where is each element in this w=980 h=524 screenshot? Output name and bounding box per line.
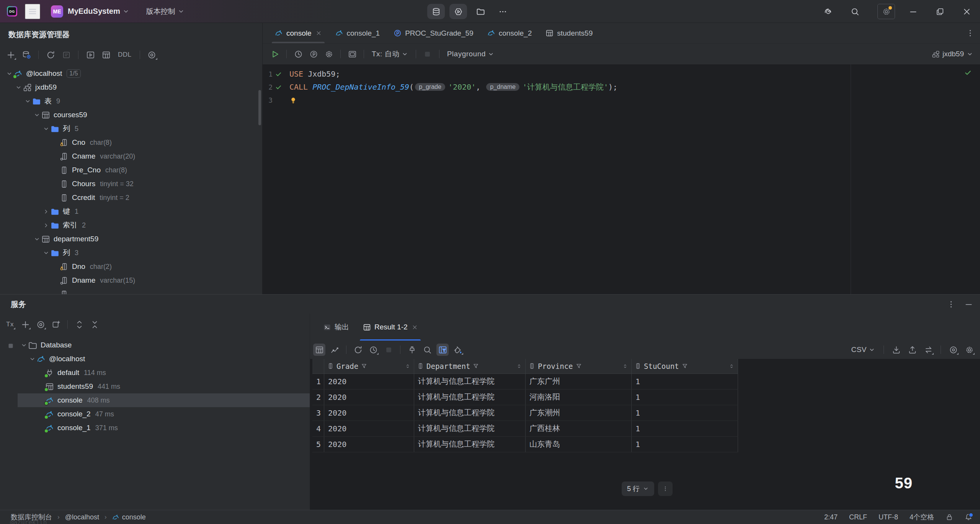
- tree-item-students59[interactable]: students59441 ms: [0, 380, 310, 393]
- open-new-button[interactable]: [50, 318, 62, 331]
- sort-icon[interactable]: [405, 363, 411, 369]
- DDL-button[interactable]: DDL: [116, 49, 134, 61]
- version-control-menu[interactable]: 版本控制: [146, 7, 175, 16]
- cell-department[interactable]: 计算机与信息工程学院: [414, 389, 526, 405]
- chevron-down-icon[interactable]: [41, 124, 51, 133]
- inspections-ok-icon[interactable]: [964, 69, 972, 76]
- p-circle-button[interactable]: [307, 48, 320, 60]
- tree-item-表[interactable]: 表9: [0, 94, 262, 108]
- result-table[interactable]: GradeDepartmentProvinceStuCount12020计算机与…: [312, 359, 738, 452]
- tree-item-@localhost[interactable]: @localhost: [0, 352, 310, 366]
- tree-item-console[interactable]: console408 ms: [0, 393, 310, 407]
- maximize-button[interactable]: [931, 4, 949, 19]
- filter-funnel-icon[interactable]: [473, 363, 479, 369]
- tab-console[interactable]: console: [268, 23, 328, 43]
- code-line[interactable]: 3: [263, 93, 980, 106]
- cell-grade[interactable]: 2020: [324, 405, 414, 421]
- gear-button[interactable]: [963, 344, 975, 356]
- chevron-down-icon[interactable]: [32, 110, 41, 120]
- pin-button[interactable]: [406, 344, 418, 356]
- chevron-down-icon[interactable]: [32, 234, 41, 244]
- status-item[interactable]: UTF-8: [879, 513, 898, 521]
- ai-assistant-button[interactable]: [819, 4, 837, 19]
- chevron-down-icon[interactable]: [41, 248, 51, 257]
- eye-button[interactable]: [947, 344, 959, 356]
- cell-department[interactable]: 计算机与信息工程学院: [414, 436, 526, 452]
- sort-icon[interactable]: [622, 363, 628, 369]
- tab-输出[interactable]: 输出: [316, 314, 356, 341]
- cell-department[interactable]: 计算机与信息工程学院: [414, 405, 526, 421]
- pager-more-button[interactable]: [658, 481, 673, 496]
- tab-students59[interactable]: students59: [539, 23, 599, 43]
- code-editor[interactable]: 1USE Jxdb59;2CALL PROC_DepNativeInfo_59(…: [263, 64, 980, 294]
- tree-item-Database[interactable]: Database: [0, 338, 310, 352]
- jump-console-button[interactable]: [84, 49, 96, 61]
- datasource-gear-button[interactable]: [20, 49, 33, 61]
- tab-console_2[interactable]: console_2: [480, 23, 539, 43]
- stop-button[interactable]: [382, 344, 395, 356]
- cell-grade[interactable]: 2020: [324, 421, 414, 436]
- cell-stucount[interactable]: 1: [632, 405, 738, 421]
- table-row[interactable]: 52020计算机与信息工程学院山东青岛1: [312, 436, 738, 452]
- breadcrumb[interactable]: @localhost: [65, 513, 99, 521]
- minimize-button[interactable]: [904, 4, 922, 19]
- folder-outline-button[interactable]: [472, 4, 489, 19]
- chevron-down-icon[interactable]: [28, 354, 37, 364]
- cell-stucount[interactable]: 1: [632, 421, 738, 436]
- tree-item-department59[interactable]: department59: [0, 232, 262, 246]
- cell-stucount[interactable]: 1: [632, 373, 738, 389]
- play-button[interactable]: [269, 48, 281, 60]
- cell-stucount[interactable]: 1: [632, 436, 738, 452]
- page-size-button[interactable]: 5 行: [622, 481, 654, 496]
- upload-button[interactable]: [906, 344, 918, 356]
- cell-province[interactable]: 河南洛阳: [526, 389, 632, 405]
- tab-options-button[interactable]: [964, 27, 976, 39]
- minimize-button[interactable]: [962, 298, 975, 310]
- table-row[interactable]: 12020计算机与信息工程学院广东广州1: [312, 373, 738, 389]
- lock-icon[interactable]: [946, 513, 953, 521]
- breadcrumb[interactable]: 数据库控制台: [11, 513, 52, 522]
- intention-bulb-icon[interactable]: [289, 97, 297, 104]
- bucket-button[interactable]: [452, 344, 464, 356]
- schema-selector[interactable]: jxdb59: [932, 50, 973, 58]
- tree-item-@localhost[interactable]: @localhost1/5: [0, 67, 262, 80]
- search-button[interactable]: [846, 4, 864, 19]
- cell-province[interactable]: 广东广州: [526, 373, 632, 389]
- cell-stucount[interactable]: 1: [632, 389, 738, 405]
- clock-button[interactable]: [292, 48, 304, 60]
- clock-button[interactable]: [367, 344, 379, 356]
- tree-item-console_2[interactable]: console_247 ms: [0, 407, 310, 421]
- tree-item-courses59[interactable]: courses59: [0, 108, 262, 122]
- column-header-Province[interactable]: Province: [526, 359, 632, 373]
- tree-item-Cno[interactable]: Cnochar(8): [0, 136, 262, 149]
- chevron-down-icon[interactable]: [122, 8, 129, 15]
- filter-funnel-icon[interactable]: [682, 363, 688, 369]
- cell-province[interactable]: 山东青岛: [526, 436, 632, 452]
- tree-item-Pre_Cno[interactable]: Pre_Cnochar(8): [0, 163, 262, 177]
- table-button[interactable]: [100, 49, 112, 61]
- gear-button[interactable]: [323, 48, 335, 60]
- tree-item-jxdb59[interactable]: jxdb59: [0, 80, 262, 94]
- scrollbar-thumb[interactable]: [258, 90, 261, 125]
- database-button[interactable]: [427, 4, 445, 19]
- expand-all-button[interactable]: [73, 318, 85, 331]
- cell-province[interactable]: 广东潮州: [526, 405, 632, 421]
- chart-button[interactable]: [328, 344, 341, 356]
- tree-item-Cname[interactable]: Cnamevarchar(20): [0, 149, 262, 163]
- eye-button[interactable]: [34, 318, 47, 331]
- open-console-button[interactable]: [60, 49, 72, 61]
- filter-funnel-icon[interactable]: [361, 363, 367, 369]
- code-line[interactable]: 2CALL PROC_DepNativeInfo_59(p_grade'2020…: [263, 80, 980, 93]
- cell-grade[interactable]: 2020: [324, 436, 414, 452]
- tree-item-Dname[interactable]: Dnamevarchar(15): [0, 273, 262, 287]
- plus-button[interactable]: [19, 318, 31, 331]
- table-row[interactable]: 22020计算机与信息工程学院河南洛阳1: [312, 389, 738, 405]
- chevron-down-icon[interactable]: [19, 341, 28, 350]
- chevron-down-icon[interactable]: [23, 97, 32, 106]
- chevron-right-icon[interactable]: [41, 221, 51, 230]
- run-hexagon-button[interactable]: [449, 4, 467, 19]
- cell-grade[interactable]: 2020: [324, 389, 414, 405]
- tab-Result 1-2[interactable]: Result 1-2: [356, 314, 425, 341]
- table-row[interactable]: 42020计算机与信息工程学院广西桂林1: [312, 421, 738, 436]
- cell-department[interactable]: 计算机与信息工程学院: [414, 421, 526, 436]
